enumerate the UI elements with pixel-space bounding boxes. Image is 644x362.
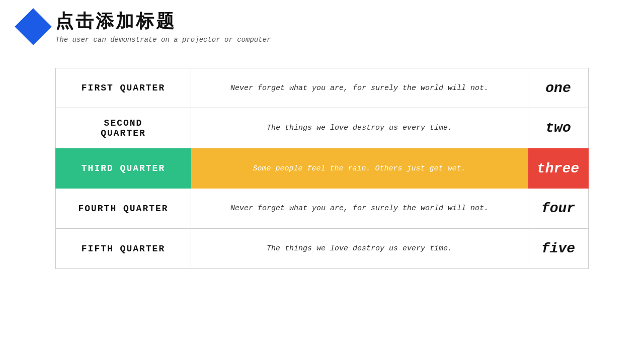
quarter-cell: FIFTH QUARTER <box>55 229 191 269</box>
description-text: Never forget what you are, for surely th… <box>230 84 489 93</box>
page-title[interactable]: 点击添加标题 <box>55 9 271 34</box>
number-cell: three <box>528 148 589 189</box>
header: 点击添加标题 The user can demonstrate on a pro… <box>0 0 644 48</box>
description-cell: The things we love destroy us every time… <box>191 229 528 269</box>
description-cell: Never forget what you are, for surely th… <box>191 189 528 229</box>
description-text: The things we love destroy us every time… <box>267 244 452 253</box>
quarter-label: SECOND QUARTER <box>101 118 146 138</box>
description-text: Never forget what you are, for surely th… <box>230 204 489 213</box>
table-row[interactable]: THIRD QUARTERSome people feel the rain. … <box>55 148 589 189</box>
number-text: one <box>545 80 571 96</box>
number-cell: five <box>528 229 589 269</box>
description-cell: The things we love destroy us every time… <box>191 108 528 148</box>
number-text: five <box>541 241 575 256</box>
diamond-logo <box>15 8 52 45</box>
description-cell: Never forget what you are, for surely th… <box>191 68 528 108</box>
number-text: two <box>545 120 571 136</box>
table-row[interactable]: FOURTH QUARTERNever forget what you are,… <box>55 189 589 229</box>
table-row[interactable]: FIRST QUARTERNever forget what you are, … <box>55 68 589 108</box>
page-subtitle: The user can demonstrate on a projector … <box>55 36 271 44</box>
number-cell: four <box>528 189 589 229</box>
table-row[interactable]: SECOND QUARTERThe things we love destroy… <box>55 108 589 148</box>
quarter-cell: SECOND QUARTER <box>55 108 191 148</box>
header-text-group: 点击添加标题 The user can demonstrate on a pro… <box>55 9 271 44</box>
number-text: three <box>537 161 579 176</box>
number-cell: one <box>528 68 589 108</box>
description-text: The things we love destroy us every time… <box>267 124 452 132</box>
quarter-label: FOURTH QUARTER <box>78 204 168 214</box>
quarter-cell: THIRD QUARTER <box>55 148 191 189</box>
number-text: four <box>541 201 575 216</box>
quarter-label: FIFTH QUARTER <box>82 244 165 254</box>
table-row[interactable]: FIFTH QUARTERThe things we love destroy … <box>55 229 589 269</box>
description-cell: Some people feel the rain. Others just g… <box>191 148 528 189</box>
quarter-label: THIRD QUARTER <box>82 163 165 173</box>
quarter-cell: FOURTH QUARTER <box>55 189 191 229</box>
number-cell: two <box>528 108 589 148</box>
quarter-label: FIRST QUARTER <box>82 83 165 93</box>
quarter-cell: FIRST QUARTER <box>55 68 191 108</box>
description-text: Some people feel the rain. Others just g… <box>253 164 465 173</box>
table-area: FIRST QUARTERNever forget what you are, … <box>0 58 644 269</box>
